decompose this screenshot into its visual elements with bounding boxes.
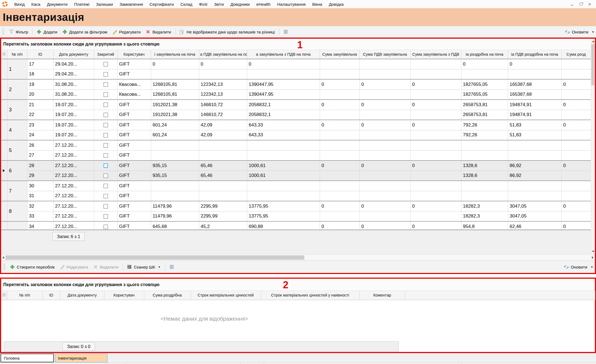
grid1-cell[interactable]: GIFT <box>117 69 151 79</box>
menu-item-Замовлення[interactable]: Замовлення <box>117 1 146 8</box>
grid1-cell[interactable]: 27.12.20... <box>53 160 94 171</box>
grid1-cell[interactable]: 0 <box>461 59 508 69</box>
grid1-cell[interactable]: 31.08.20... <box>53 89 94 100</box>
grid1-cell[interactable] <box>320 211 360 221</box>
grid1-cell[interactable]: 3047,05 <box>508 201 561 211</box>
grid1-cell[interactable]: 19.07.20... <box>53 100 94 110</box>
grid1-column-header[interactable]: Сума закупівельна з ПДВ <box>410 50 461 59</box>
grid1-cell[interactable] <box>461 150 508 160</box>
grid1-cell[interactable]: GIFT <box>117 140 151 150</box>
grid1-cell[interactable]: 23 <box>27 120 53 130</box>
grid2-column-header[interactable]: Сума роздрібна <box>144 291 191 300</box>
grid1-cell[interactable]: GIFT <box>117 181 151 191</box>
scroll-up-arrow-icon[interactable] <box>591 39 595 44</box>
grid1-cell[interactable]: 1268105,81 <box>151 79 199 89</box>
refresh-dropdown-caret[interactable]: ▼ <box>591 266 593 269</box>
grid1-cell[interactable]: Квасова... <box>117 79 151 89</box>
grid1-cell[interactable] <box>151 191 199 201</box>
grid1-cell[interactable] <box>360 181 410 191</box>
grid1-cell[interactable]: 19 <box>27 79 53 89</box>
menu-item-Філії[interactable]: Філії <box>196 1 210 8</box>
closed-checkbox[interactable] <box>104 163 108 168</box>
grid1-vertical-scrollbar[interactable] <box>591 39 595 254</box>
refresh-button[interactable]: Оновити <box>562 28 591 36</box>
grid1-cell[interactable]: 86,92 <box>508 160 561 171</box>
grid1-row[interactable]: 2219.07.20...GIFT1912021,38146810,722058… <box>1 110 591 120</box>
grid1-cell[interactable]: 65,46 <box>199 160 247 171</box>
grid2-group-panel[interactable]: Перетягніть заголовок колонки сюди для у… <box>1 279 595 291</box>
closed-checkbox[interactable] <box>104 62 108 66</box>
grid1-cell[interactable] <box>247 181 320 191</box>
grid1-vscroll-thumb[interactable] <box>591 44 595 85</box>
grid1-cell[interactable]: 0 <box>561 201 591 211</box>
grid1-cell[interactable]: 0 <box>410 201 461 211</box>
grid1-cell[interactable]: 24 <box>27 130 53 140</box>
grid1-cell[interactable]: 22 <box>27 110 53 120</box>
closed-checkbox[interactable] <box>104 103 108 107</box>
grid1-cell[interactable]: 0 <box>360 120 410 130</box>
scroll-down-arrow-icon[interactable] <box>591 249 595 254</box>
grid1-cell[interactable]: 28 <box>27 160 53 171</box>
grid2-column-header[interactable]: № п/п <box>7 291 42 300</box>
menu-item-Довідка[interactable]: Довідка <box>326 1 346 8</box>
grid1-cell[interactable]: 0 <box>320 201 360 211</box>
grid1-cell[interactable]: 0 <box>360 221 410 230</box>
grid1-cell[interactable]: 13775,95 <box>247 211 320 221</box>
grid1-cell[interactable]: 0 <box>561 120 591 130</box>
grid1-cell[interactable]: 20 <box>27 89 53 100</box>
grid1-cell[interactable] <box>247 140 320 150</box>
grid1-cell[interactable]: 146810,72 <box>199 110 247 120</box>
grid1-cell[interactable]: 62,46 <box>508 221 561 230</box>
grid1-cell[interactable]: 51,83 <box>508 120 561 130</box>
grid1-cell[interactable]: 0 <box>410 79 461 89</box>
closed-checkbox[interactable] <box>104 113 108 117</box>
grid1-cell[interactable]: 1328,6 <box>461 171 508 181</box>
grid1-cell[interactable] <box>151 140 199 150</box>
menu-item-Налаштування[interactable]: Налаштування <box>274 1 308 8</box>
closed-checkbox[interactable] <box>104 92 108 97</box>
grid1-cell[interactable] <box>320 181 360 191</box>
toolbar-button-Створити переоблік[interactable]: Створити переоблік <box>7 263 57 271</box>
grid1-cell[interactable]: 935,15 <box>151 160 199 171</box>
grid1-cell[interactable]: 29.04.20... <box>53 59 94 69</box>
grid1-column-header[interactable]: а ПДВ закупівельна на поча <box>199 50 247 59</box>
grid1-row[interactable]: 52627.12.20...GIFT <box>1 140 591 150</box>
grid1-cell[interactable]: 0 <box>360 160 410 171</box>
toolbar-button-Сканер ШК[interactable]: Сканер ШК▼ <box>124 263 163 271</box>
grid1-cell[interactable]: 32 <box>27 201 53 211</box>
grid1-cell[interactable] <box>561 191 591 201</box>
grid1-cell[interactable]: 27 <box>27 150 53 160</box>
grid1-cell[interactable] <box>410 69 461 79</box>
grid1-cell[interactable]: 1912021,38 <box>151 100 199 110</box>
toolbar-button-Додати[interactable]: Додати <box>34 28 60 36</box>
grid1-cell[interactable]: GIFT <box>117 211 151 221</box>
grid1-cell[interactable] <box>410 191 461 201</box>
grid1-cell[interactable] <box>320 69 360 79</box>
toolbar-button-Редагувати[interactable]: Редагувати <box>110 28 143 36</box>
grid1-cell[interactable]: 27.12.20... <box>53 181 94 191</box>
grid1-cell[interactable]: 2295,99 <box>199 211 247 221</box>
grid2-column-header[interactable]: ID <box>42 291 60 300</box>
grid1-cell[interactable] <box>410 211 461 221</box>
grid1-cell[interactable] <box>360 140 410 150</box>
grid1-cell[interactable] <box>320 110 360 120</box>
grid1-cell[interactable]: 1827655,05 <box>461 89 508 100</box>
grid1-cell[interactable]: 26 <box>27 140 53 150</box>
close-button[interactable]: × <box>587 2 593 7</box>
grid1-cell[interactable]: 601,24 <box>151 120 199 130</box>
minimize-button[interactable] <box>569 2 575 7</box>
grid1-cell[interactable]: 0 <box>320 100 360 110</box>
closed-checkbox[interactable] <box>104 225 108 229</box>
grid1-cell[interactable]: 31 <box>27 191 53 201</box>
closed-checkbox[interactable] <box>104 72 108 77</box>
menu-item-Звіти[interactable]: Звіти <box>211 1 227 8</box>
refresh-button-secondary[interactable]: Оновити <box>561 263 590 271</box>
grid1-cell[interactable]: 42,09 <box>199 130 247 140</box>
toolbar-grip-handle[interactable] <box>2 29 4 35</box>
grid1-column-header[interactable]: іа роздрібна на поча <box>461 50 508 59</box>
scroll-right-arrow-icon[interactable] <box>591 255 595 260</box>
grid1-row[interactable]: 42319.07.20...GIFT601,2442,09643,3300079… <box>1 120 591 130</box>
grid1-cell[interactable]: 643,33 <box>247 120 320 130</box>
grid1-cell[interactable]: GIFT <box>117 130 151 140</box>
grid1-cell[interactable]: 0 <box>320 221 360 230</box>
